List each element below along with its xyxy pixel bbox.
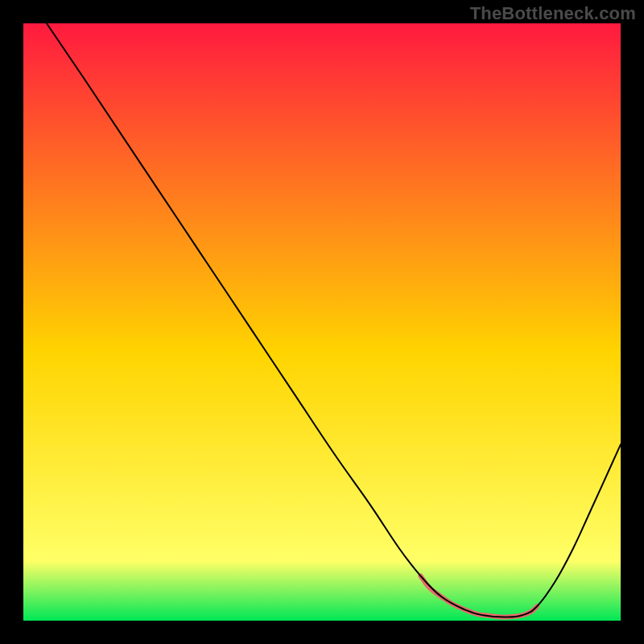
- plot-background: [23, 23, 621, 621]
- chart-canvas: TheBottleneck.com: [0, 0, 644, 644]
- watermark-text: TheBottleneck.com: [470, 3, 636, 24]
- chart-svg: [0, 0, 644, 644]
